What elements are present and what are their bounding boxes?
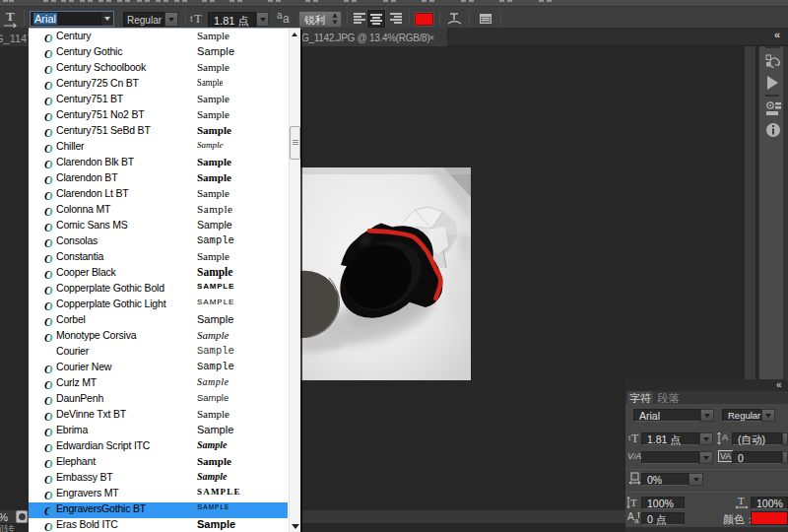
svg-text:A: A bbox=[627, 511, 634, 522]
svg-text:T: T bbox=[738, 496, 745, 506]
svg-text:T: T bbox=[630, 497, 637, 508]
svg-text:A: A bbox=[722, 432, 728, 442]
